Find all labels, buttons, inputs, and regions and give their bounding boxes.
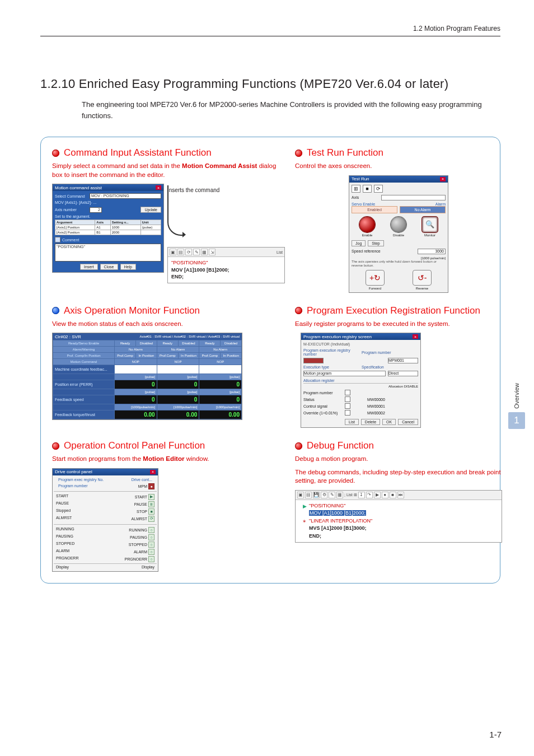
toolbar-icon[interactable]: ▦ [336,492,343,498]
bullet-icon [52,150,59,157]
led-icon: ○ [148,534,154,540]
disable-button[interactable] [391,217,406,232]
toolbar-icon[interactable]: ⊞ [352,185,360,193]
current-line-icon: ▶ [299,503,307,511]
toolbar-icon[interactable]: ▣ [297,492,304,498]
debug-block: Debug Function Debug a motion program. T… [295,440,502,572]
command-assist-title: Command Input Assistant Function [52,147,285,158]
arg-header: Set to the argument. [55,214,161,218]
execution-type-select[interactable]: Motion program [303,371,386,376]
command-assist-block: Command Input Assistant Function Simply … [52,147,285,293]
comment-checkbox[interactable] [55,237,60,242]
registry-number-input[interactable] [303,358,324,363]
argument-table: Argument Axis Setting v... Unit [Axis1] … [55,220,161,235]
alloc-register-label: Allocation register [303,379,418,384]
axis-value[interactable] [381,195,446,200]
format-label: MOV [Axis1]- [Axis2]- ... [55,200,161,204]
jog-tab[interactable]: Jog [352,240,366,246]
list-button[interactable]: List [345,419,359,425]
toolbar-icon[interactable]: ✎ [193,249,200,255]
toolbar-icon[interactable]: ⟳ [374,185,383,193]
stop-icon[interactable]: ■ [390,492,396,498]
editor-snippet: ▣ ▤ ⟳ ✎ ▦ ⇲ List "POSITIONING" [167,247,285,283]
toolbar-icon[interactable]: ▣ [170,249,176,255]
command-text-area[interactable]: "POSITIONING" [55,244,161,262]
step-in-icon[interactable]: ↧ [358,492,365,498]
cancel-button[interactable]: Cancel [398,419,418,425]
pause-icon[interactable]: ⏸ [148,501,154,507]
specification-select[interactable]: Direct [388,371,418,376]
display-button[interactable]: Display [142,565,154,569]
close-icon[interactable]: × [440,177,446,181]
close-icon[interactable]: × [150,470,156,474]
prog-reg-block: Program Execution Registration Function … [295,305,502,428]
axis-number-label: Axis number [55,208,87,212]
toolbar-icon[interactable]: ▤ [177,249,184,255]
section-title: 1.2.10 Enriched Easy Programming Functio… [40,77,500,91]
display-button[interactable]: Display [56,565,69,569]
step-over-icon[interactable]: ↷ [366,492,373,498]
select-command-input[interactable]: MOV : POSITIONING [90,193,161,199]
code-line: END; [171,274,184,279]
bullet-icon [295,442,302,450]
led-icon: ○ [148,527,154,533]
continue-icon[interactable]: ⏭ [397,492,404,498]
toolbar-icon[interactable]: ■ [363,185,372,193]
toolbar-icon[interactable]: ▦ [201,249,208,255]
almrst-icon[interactable]: ⟳ [148,516,154,522]
step-tab[interactable]: Step [368,240,383,246]
toolbar-icon[interactable]: 💾 [313,492,320,498]
toolbar-icon[interactable]: ▤ [305,492,312,498]
enabled-status: Enabled [352,206,397,213]
alarm-label: Alarm [401,202,446,206]
servo-enable-label: Servo Enable [352,202,396,206]
close-icon[interactable]: × [413,334,418,339]
code-line: "LINEAR INTERPOLATION" [309,518,372,524]
reverse-button[interactable]: ↺- [413,270,432,286]
comment-label: Comment [62,238,79,242]
toolbar-icon[interactable]: ⚙ [321,492,327,498]
dialog-title: Program execution registry screen [303,334,372,339]
breakpoint-icon[interactable]: ✶ [299,518,307,526]
test-run-dialog: Test Run × ⊞ ■ ⟳ Axis [349,175,448,293]
ctrl-panel-title: Operation Control Panel Function [52,440,285,451]
debug-editor: ▣ ▤ 💾 ⚙ ✎ ▦ ; List ⊞ ↧ ↷ ▶ ● ■ ⏭ [295,490,502,543]
start-icon[interactable]: ▶ [148,494,154,500]
command-assist-desc: Simply select a command and set data in … [52,162,285,179]
close-button[interactable]: Close [100,264,118,270]
prog-reg-title-text: Program Execution Registration Function [307,305,480,316]
forward-button[interactable]: +↻ [366,270,385,286]
led-icon: ○ [148,542,154,548]
axis-monitor-block: Axis Operation Monitor Function View the… [52,305,285,428]
code-line: "POSITIONING" [171,260,208,265]
toolbar-icon[interactable]: ⟳ [185,249,192,255]
ok-button[interactable]: OK [382,419,396,425]
delete-button[interactable]: Delete [361,419,380,425]
insert-button[interactable]: Insert [80,264,98,270]
status-icon: ● [148,483,154,489]
stop-icon[interactable]: ■ [148,508,154,515]
monitor-button[interactable]: 🔍 [422,217,438,232]
command-assist-dialog: Motion command assist × Select Command M… [52,184,164,273]
ctrl-panel-dialog: Drive control panel × Program exec regis… [52,468,158,572]
program-number-input[interactable]: MPM001 [388,358,418,363]
debug-title-text: Debug Function [307,440,374,451]
speed-ref-input[interactable]: 3000 [418,249,446,254]
page-number: 1-7 [489,730,502,739]
run-icon[interactable]: ▶ [374,492,381,498]
enable-button[interactable] [359,217,375,232]
dialog-title: Drive control panel [55,469,92,474]
debug-desc-2: The debug commands, including step-by-st… [295,468,502,486]
subheader: M-EXECUTOR (Individual) [303,342,418,346]
close-icon[interactable]: × [156,185,161,190]
break-icon[interactable]: ● [382,492,388,498]
axis-number-input[interactable]: 2 [90,207,102,213]
toolbar-icon[interactable]: ⇲ [209,249,216,255]
highlighted-code-line: MOV [A1]1000 [B1]2000; [309,510,366,516]
help-button[interactable]: Help [120,264,136,270]
update-button[interactable]: Update [140,207,161,213]
toolbar-icon[interactable]: ✎ [329,492,335,498]
bullet-icon [52,307,59,314]
prog-reg-title: Program Execution Registration Function [295,305,502,316]
axis-monitor-title-text: Axis Operation Monitor Function [64,305,200,316]
